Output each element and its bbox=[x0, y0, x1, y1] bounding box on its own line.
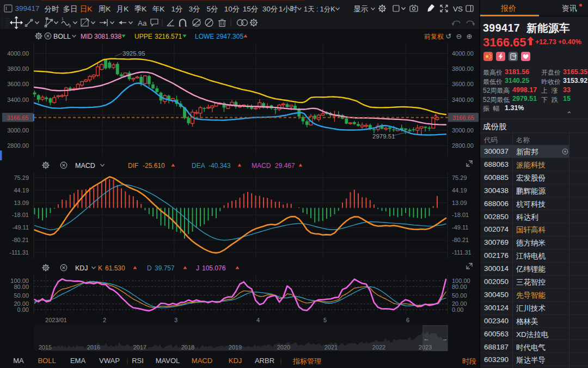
svg-text:MID: MID bbox=[81, 33, 93, 40]
svg-text:DEA: DEA bbox=[192, 162, 205, 170]
svg-text:6: 6 bbox=[406, 317, 409, 323]
svg-text:2: 2 bbox=[103, 317, 106, 323]
svg-text:-40.343: -40.343 bbox=[209, 162, 231, 170]
svg-text:0.00: 0.00 bbox=[452, 306, 463, 313]
svg-text:39.757: 39.757 bbox=[155, 264, 175, 272]
svg-text:13.09: 13.09 bbox=[14, 200, 29, 206]
svg-text:3000.00: 3000.00 bbox=[452, 127, 474, 134]
svg-text:-25.610: -25.610 bbox=[143, 162, 165, 170]
svg-text:⊕: ⊕ bbox=[467, 32, 473, 40]
svg-text:2020: 2020 bbox=[277, 344, 290, 351]
svg-text:前复权: 前复权 bbox=[424, 33, 444, 40]
svg-text:K: K bbox=[98, 264, 102, 272]
svg-text:3166.65: 3166.65 bbox=[7, 114, 29, 121]
svg-text:-111.31: -111.31 bbox=[452, 249, 471, 256]
svg-text:3000.00: 3000.00 bbox=[7, 127, 29, 134]
svg-text:3216.571: 3216.571 bbox=[155, 33, 182, 40]
svg-text:75.29: 75.29 bbox=[452, 174, 467, 181]
svg-text:3800.00: 3800.00 bbox=[7, 65, 29, 72]
svg-text:2021: 2021 bbox=[324, 344, 338, 351]
svg-text:29.467: 29.467 bbox=[275, 162, 295, 170]
svg-text:-49.11: -49.11 bbox=[452, 224, 468, 231]
svg-text:2800.00: 2800.00 bbox=[7, 142, 29, 149]
svg-text:D: D bbox=[147, 264, 152, 272]
svg-text:-18.01: -18.01 bbox=[452, 212, 469, 218]
svg-text:3600.00: 3600.00 bbox=[7, 81, 29, 87]
svg-text:⊖: ⊖ bbox=[456, 32, 462, 40]
svg-text:3400.00: 3400.00 bbox=[7, 96, 29, 103]
svg-text:2019: 2019 bbox=[229, 344, 242, 351]
svg-text:BOLL: BOLL bbox=[53, 33, 71, 40]
svg-text:5: 5 bbox=[323, 317, 327, 323]
svg-text:3925.95: 3925.95 bbox=[122, 50, 145, 57]
svg-text:61.530: 61.530 bbox=[105, 264, 125, 272]
svg-text:4000.00: 4000.00 bbox=[7, 50, 29, 57]
svg-text:2979.51: 2979.51 bbox=[372, 133, 395, 140]
svg-text:3166.65: 3166.65 bbox=[452, 114, 474, 121]
svg-text:3400.00: 3400.00 bbox=[452, 96, 474, 103]
svg-text:-18.01: -18.01 bbox=[12, 212, 29, 218]
svg-text:DIF: DIF bbox=[128, 162, 138, 170]
svg-text:105.076: 105.076 bbox=[202, 264, 226, 272]
svg-text:LOWE: LOWE bbox=[195, 33, 214, 40]
svg-text:4: 4 bbox=[256, 317, 260, 323]
svg-text:80.00: 80.00 bbox=[14, 283, 29, 290]
svg-text:13.09: 13.09 bbox=[452, 200, 467, 206]
svg-text:2022: 2022 bbox=[372, 344, 385, 351]
svg-text:44.19: 44.19 bbox=[452, 187, 467, 194]
svg-text:2016: 2016 bbox=[87, 344, 100, 351]
svg-text:80.00: 80.00 bbox=[452, 283, 467, 290]
svg-text:2023/01: 2023/01 bbox=[45, 317, 67, 323]
svg-text:J: J bbox=[196, 264, 199, 272]
svg-text:KDJ: KDJ bbox=[75, 264, 88, 272]
svg-text:44.19: 44.19 bbox=[14, 187, 29, 194]
svg-text:2800.00: 2800.00 bbox=[452, 142, 474, 149]
svg-text:0.00: 0.00 bbox=[17, 306, 29, 313]
svg-text:→: → bbox=[442, 335, 448, 342]
svg-text:50.00: 50.00 bbox=[452, 292, 467, 299]
svg-text:←: ← bbox=[424, 335, 430, 342]
svg-text:2947.305: 2947.305 bbox=[216, 33, 243, 40]
svg-text:-80.21: -80.21 bbox=[452, 237, 469, 243]
svg-text:3081.938: 3081.938 bbox=[94, 33, 121, 40]
svg-text:75.29: 75.29 bbox=[14, 174, 29, 181]
svg-text:3600.00: 3600.00 bbox=[452, 81, 474, 87]
svg-text:-111.31: -111.31 bbox=[9, 249, 29, 256]
svg-text:3: 3 bbox=[174, 317, 177, 323]
svg-text:↺: ↺ bbox=[446, 32, 452, 40]
svg-text:2015: 2015 bbox=[39, 344, 52, 351]
svg-text:2017: 2017 bbox=[133, 344, 146, 351]
svg-text:MACD: MACD bbox=[75, 162, 95, 170]
svg-text:MACD: MACD bbox=[252, 162, 271, 170]
svg-text:50.00: 50.00 bbox=[14, 292, 29, 299]
svg-text:-49.11: -49.11 bbox=[13, 224, 29, 231]
svg-text:2018: 2018 bbox=[181, 344, 194, 351]
svg-text:UPPE: UPPE bbox=[134, 33, 152, 40]
svg-text:3800.00: 3800.00 bbox=[452, 65, 474, 72]
svg-text:4000.00: 4000.00 bbox=[452, 50, 474, 57]
svg-text:-80.21: -80.21 bbox=[12, 237, 29, 243]
